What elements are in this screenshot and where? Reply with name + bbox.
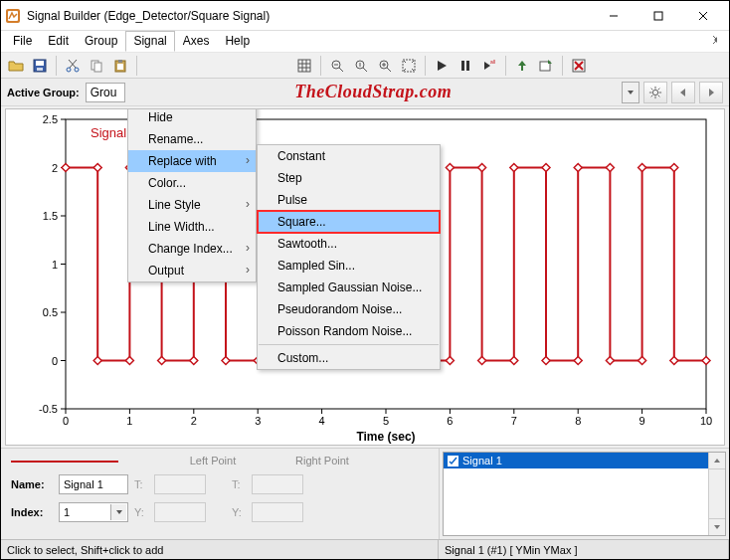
signal-list-label: Signal 1	[462, 455, 502, 467]
svg-rect-16	[118, 60, 122, 63]
svg-rect-3	[654, 12, 662, 20]
lp-y-label: Y:	[134, 506, 148, 518]
svg-rect-7	[36, 61, 44, 66]
signal-menu-hide[interactable]: Hide	[128, 108, 256, 128]
titlebar: Signal Builder (Edge_Detector/Square Sig…	[1, 1, 729, 31]
window-title: Signal Builder (Edge_Detector/Square Sig…	[27, 9, 591, 23]
svg-rect-34	[461, 61, 464, 71]
rp-t-input	[252, 474, 303, 494]
svg-text:2.5: 2.5	[43, 113, 58, 125]
zoom-xy-icon[interactable]	[374, 55, 396, 77]
svg-text:1: 1	[126, 415, 132, 427]
close-button[interactable]	[680, 2, 725, 30]
svg-line-24	[339, 68, 343, 72]
signal-menu-replace-with[interactable]: Replace with	[128, 150, 256, 172]
index-label: Index:	[11, 506, 53, 518]
replace-pseudorandom-noise-[interactable]: Pseudorandom Noise...	[258, 298, 440, 320]
up-icon[interactable]	[511, 55, 533, 77]
svg-text:4: 4	[319, 415, 325, 427]
cancel-icon[interactable]	[568, 55, 590, 77]
minimize-button[interactable]	[591, 2, 636, 30]
index-select[interactable]: 1	[59, 502, 128, 522]
signal-checkbox[interactable]	[448, 456, 458, 467]
signal-menu-line-style[interactable]: Line Style	[128, 194, 256, 216]
watermark-text: TheCloudStrap.com	[131, 82, 616, 102]
open-icon[interactable]	[5, 55, 27, 77]
toolbar: all	[1, 53, 729, 79]
menu-file[interactable]: File	[5, 31, 40, 52]
chart-area[interactable]: -0.500.511.522.5012345678910Time (sec) S…	[5, 108, 725, 446]
svg-text:2: 2	[191, 415, 197, 427]
svg-text:6: 6	[447, 415, 453, 427]
scroll-down-icon[interactable]	[709, 518, 725, 535]
replace-sampled-sin-[interactable]: Sampled Sin...	[258, 255, 440, 277]
paste-icon[interactable]	[109, 55, 131, 77]
export-icon[interactable]	[535, 55, 557, 77]
rp-y-input	[252, 502, 303, 522]
save-icon[interactable]	[29, 55, 51, 77]
gear-icon[interactable]	[643, 82, 667, 103]
svg-line-30	[387, 68, 391, 72]
zoom-y-icon[interactable]	[350, 55, 372, 77]
svg-text:5: 5	[383, 415, 389, 427]
svg-line-49	[651, 94, 653, 96]
svg-text:8: 8	[575, 415, 581, 427]
replace-sampled-gaussian-noise-[interactable]: Sampled Gaussian Noise...	[258, 277, 440, 298]
selected-signal-indicator	[11, 461, 118, 463]
play-all-icon[interactable]: all	[478, 55, 500, 77]
bottom-panel: Left Point Right Point Name: T: T: Index…	[1, 448, 729, 539]
fit-icon[interactable]	[398, 55, 420, 77]
signal-menu-rename-[interactable]: Rename...	[128, 128, 256, 150]
pause-icon[interactable]	[455, 55, 476, 77]
replace-step[interactable]: Step	[258, 167, 440, 189]
svg-line-12	[69, 60, 76, 68]
active-group-dropdown[interactable]: Grou	[86, 83, 125, 102]
svg-text:10: 10	[700, 415, 712, 427]
menu-signal[interactable]: Signal	[125, 31, 174, 52]
svg-text:9: 9	[639, 415, 645, 427]
prev-icon[interactable]	[671, 82, 695, 103]
maximize-button[interactable]	[636, 2, 680, 30]
svg-line-46	[651, 88, 653, 90]
signal-menu-change-index-[interactable]: Change Index...	[128, 238, 256, 260]
signal-menu-output[interactable]: Output	[128, 260, 256, 281]
menubar-overflow-icon[interactable]	[703, 31, 725, 52]
next-icon[interactable]	[699, 82, 723, 103]
replace-square-[interactable]: Square...	[258, 211, 440, 233]
svg-rect-18	[298, 60, 310, 72]
signal-list-item[interactable]: Signal 1	[444, 453, 725, 468]
svg-text:0: 0	[52, 355, 58, 367]
svg-rect-8	[37, 68, 43, 71]
name-input[interactable]	[59, 474, 128, 494]
replace-sawtooth-[interactable]: Sawtooth...	[258, 233, 440, 255]
svg-point-41	[652, 90, 657, 94]
menu-axes[interactable]: Axes	[175, 31, 218, 52]
rp-t-label: T:	[232, 478, 246, 490]
grid-icon[interactable]	[293, 55, 315, 77]
signal-menu-line-width-[interactable]: Line Width...	[128, 216, 256, 238]
left-point-header: Left Point	[158, 455, 268, 467]
play-icon[interactable]	[431, 55, 453, 77]
replace-poisson-random-noise-[interactable]: Poisson Random Noise...	[258, 320, 440, 342]
svg-rect-14	[94, 63, 101, 72]
signal-list[interactable]: Signal 1	[443, 452, 726, 536]
svg-text:2: 2	[52, 162, 58, 174]
svg-text:1.5: 1.5	[43, 210, 58, 222]
scroll-up-icon[interactable]	[709, 453, 725, 469]
group-dropdown-arrow[interactable]	[622, 82, 639, 103]
svg-line-48	[658, 88, 660, 90]
zoom-x-icon[interactable]	[326, 55, 348, 77]
svg-text:0.5: 0.5	[43, 306, 58, 318]
menu-group[interactable]: Group	[77, 31, 125, 52]
signal-menu-color-[interactable]: Color...	[128, 172, 256, 194]
copy-icon[interactable]	[86, 55, 107, 77]
cut-icon[interactable]	[62, 55, 84, 77]
menu-edit[interactable]: Edit	[40, 31, 77, 52]
replace-pulse[interactable]: Pulse	[258, 189, 440, 211]
svg-text:0: 0	[63, 415, 69, 427]
replace-constant[interactable]: Constant	[258, 145, 440, 167]
scrollbar[interactable]	[708, 453, 725, 535]
svg-point-9	[67, 68, 71, 72]
replace-custom-[interactable]: Custom...	[258, 347, 440, 369]
menu-help[interactable]: Help	[217, 31, 258, 52]
